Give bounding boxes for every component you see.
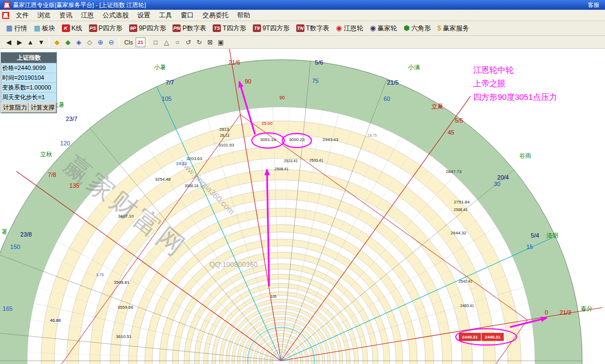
tool-pointer-down[interactable]: ▼: [36, 37, 47, 47]
wheel-value: 2943.43: [323, 137, 339, 142]
tool-zoom-in[interactable]: ⊕: [95, 37, 106, 47]
wheel-outer-label: 165: [3, 305, 12, 312]
calc-resistance-button[interactable]: 计算阻力: [1, 103, 29, 113]
toolbar-9t-square[interactable]: T99T四方形: [250, 23, 293, 34]
tool-diamond-green[interactable]: ◆: [62, 37, 73, 47]
wheel-value: 2542.41: [458, 279, 472, 283]
tool-calendar-21[interactable]: 21: [136, 37, 145, 47]
wheel-outer-label: 谷雨: [519, 152, 531, 159]
calc-support-button[interactable]: 计算支撑: [29, 103, 56, 113]
menu-item-8[interactable]: 交易委托: [198, 10, 233, 21]
wheel-value: 2847.73: [446, 169, 462, 174]
p-square-icon: PS: [89, 24, 97, 32]
tool-circle-tool[interactable]: ○: [172, 37, 183, 47]
wheel-value: 2568.41: [454, 208, 467, 212]
wheel-value: 3254.48: [155, 177, 171, 182]
highlighted-price-value: 2440.31: [485, 335, 501, 340]
toolbar-quotes[interactable]: ▦行情: [3, 23, 30, 34]
winner-service-icon: $: [437, 24, 441, 32]
wheel-outer-label: 0: [545, 309, 548, 316]
wheel-outer-label: 150: [10, 244, 20, 250]
wheel-value: 3559.66: [118, 305, 133, 310]
menu-item-3[interactable]: 江恩: [77, 10, 98, 21]
tool-diamond-outline[interactable]: ◇: [84, 37, 95, 47]
wheel-value: 2644.32: [451, 231, 467, 235]
wheel-outer-label: 120: [60, 140, 70, 146]
9p-square-icon: 9P: [129, 24, 137, 32]
hexagon-icon: ⬢: [404, 24, 410, 32]
highlighted-price-value: 2440.31: [462, 335, 478, 340]
toolbar-winner-service[interactable]: $赢家服务: [434, 23, 472, 34]
p-number-table-icon: PN: [173, 24, 181, 32]
tool-rotate-left-tool[interactable]: ↺: [183, 37, 194, 47]
wheel-outer-label: 23/8: [20, 231, 31, 238]
customer-service-link[interactable]: 客服: [585, 1, 602, 9]
tool-screen-tool[interactable]: ▣: [215, 37, 226, 47]
wheel-value: 3203.63: [187, 156, 202, 161]
tool-delete-tool[interactable]: ⊠: [205, 37, 215, 47]
wheel-outer-label: 7/7: [165, 79, 174, 86]
wheel-outer-label: 21/5: [387, 79, 398, 86]
toolbar-p-number-table[interactable]: PNP数字表: [169, 23, 209, 34]
wheel-value: 2533.41: [309, 158, 323, 162]
wheel-outer-label: 21/3: [559, 309, 571, 316]
menu-item-7[interactable]: 窗口: [176, 10, 198, 21]
wheel-value: 25.00: [262, 121, 273, 126]
toolbar-hexagon[interactable]: ⬢六角形: [400, 23, 434, 34]
toolbar-t-number-table[interactable]: TNT数字表: [293, 23, 333, 34]
wheel-value: 2813: [219, 127, 229, 132]
toolbar-kline[interactable]: KK线: [59, 23, 86, 34]
t-square-icon: TS: [213, 24, 221, 32]
menu-item-5[interactable]: 设置: [133, 10, 155, 21]
menu-bar: 赢 文件浏览资讯江恩公式选股设置工具窗口交易委托帮助: [0, 10, 605, 21]
toolbar-9p-square[interactable]: 9P9P四方形: [126, 23, 170, 34]
toolbar-gann-wheel[interactable]: ◉江恩轮: [333, 23, 366, 34]
tool-rect-tool[interactable]: □: [150, 37, 161, 47]
menu-item-1[interactable]: 浏览: [33, 10, 55, 21]
menu-item-9[interactable]: 帮助: [233, 10, 254, 21]
menu-item-4[interactable]: 公式选股: [98, 10, 133, 21]
toolbar-separator: [148, 38, 148, 47]
wheel-value: 3.75: [96, 273, 104, 277]
gann-wheel-canvas[interactable]: 赢家财富网www.yingjia360.comQQ:100800360小暑21/…: [0, 0, 605, 364]
tool-prev[interactable]: ◀: [3, 37, 14, 47]
tool-cls[interactable]: Cls: [122, 37, 136, 47]
wheel-outer-label: 7/8: [48, 171, 56, 178]
info-row-transform-coefficient: 变换系数=1.00000: [1, 82, 56, 92]
toolbar-p-square[interactable]: PSP四方形: [86, 23, 126, 34]
toolbar-winner-wheel[interactable]: ◉赢家轮: [366, 23, 400, 34]
tool-triangle-tool[interactable]: △: [161, 37, 172, 47]
wheel-value: 3000.23: [289, 137, 305, 142]
menu-item-6[interactable]: 工具: [155, 10, 176, 21]
toolbar-winner-wheel-label: 赢家轮: [378, 24, 397, 33]
info-rows: 价格=2440.9099时间=20190104变换系数=1.00000周天变化步…: [1, 63, 56, 102]
annotation-line-2: 上帝之眼: [473, 76, 557, 90]
toolbar-t-number-table-label: T数字表: [306, 24, 329, 33]
tool-diamond-blue[interactable]: ◈: [73, 37, 84, 47]
toolbar-9p-square-label: 9P四方形: [139, 24, 167, 33]
wheel-value: 3051.14: [260, 137, 276, 142]
menu-item-0[interactable]: 文件: [11, 10, 33, 21]
wheel-outer-label: 105: [162, 95, 171, 102]
gann-wheel-icon: ◉: [336, 24, 342, 32]
symbol-name: 上证指数: [1, 53, 56, 63]
toolbar-winner-service-label: 赢家服务: [443, 24, 469, 33]
tool-pointer-up[interactable]: ▲: [25, 37, 36, 47]
toolbar-separator: [49, 38, 49, 47]
tool-zoom-out[interactable]: ⊖: [106, 37, 117, 47]
app-logo-icon: 赢: [3, 2, 10, 9]
wheel-value: 33.33: [176, 161, 187, 166]
annotation-line-3: 四方形90度3051点压力: [473, 90, 557, 104]
toolbar-separator: [119, 38, 119, 47]
toolbar-t-square[interactable]: TST四方形: [209, 23, 249, 34]
tool-diamond-yellow[interactable]: ◆: [52, 37, 62, 47]
wheel-outer-label: 署: [2, 228, 8, 235]
wheel-value: 18.75: [367, 133, 377, 137]
menu-item-2[interactable]: 资讯: [55, 10, 77, 21]
toolbar-sectors-label: 板块: [42, 24, 55, 33]
tool-rotate-right-tool[interactable]: ↻: [194, 37, 205, 47]
wheel-outer-label: 春分: [581, 305, 593, 312]
toolbar-sectors[interactable]: ▩板块: [30, 23, 58, 34]
tool-next[interactable]: ▶: [14, 37, 25, 47]
menu-items: 文件浏览资讯江恩公式选股设置工具窗口交易委托帮助: [11, 10, 254, 21]
